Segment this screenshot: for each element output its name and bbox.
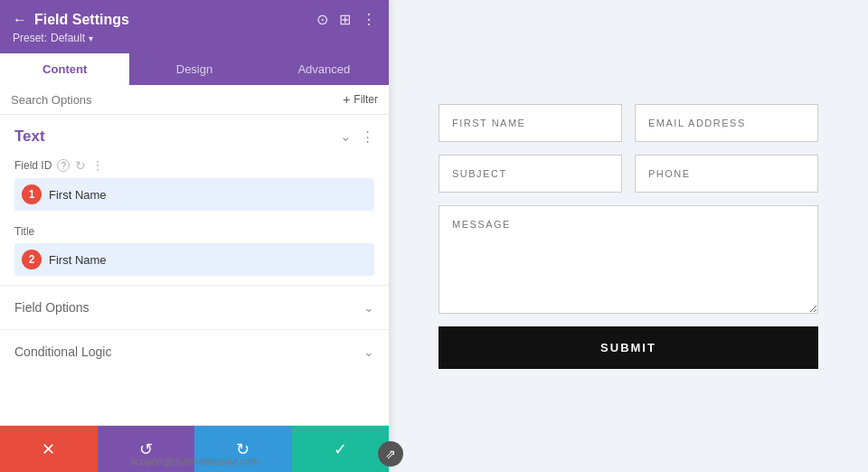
field-id-badge: 1 [22,184,42,204]
form-submit-button[interactable]: SUBMIT [439,326,818,369]
expand-icon[interactable]: ⊞ [339,11,351,28]
submit-label: SUBMIT [600,341,656,354]
form-preview: SUBMIT [389,0,868,472]
title-row: Title 2 [0,220,389,285]
section-header-icons: ⌄ ⋮ [340,128,374,145]
cancel-icon: ✕ [42,439,55,459]
form-phone-field[interactable] [635,155,818,193]
form-container: SUBMIT [439,104,818,369]
field-settings-panel: ← Field Settings ⊙ ⊞ ⋮ Preset: Default ▾… [0,0,389,472]
header-icons: ⊙ ⊞ ⋮ [316,11,376,28]
back-arrow-icon[interactable]: ← [13,12,27,28]
form-email-field[interactable] [635,104,818,142]
more-icon[interactable]: ⋮ [362,11,376,28]
tab-bar: Content Design Advanced [0,53,389,85]
panel-title: Field Settings [34,12,129,28]
preset-label: Preset: [13,32,47,44]
form-message-field[interactable] [439,205,818,314]
tab-advanced[interactable]: Advanced [259,53,389,85]
field-id-label: Field ID [14,159,52,172]
form-row-1 [439,104,818,142]
tab-design[interactable]: Design [129,53,259,85]
panel-body: Text ⌄ ⋮ Field ID ? ↻ ⋮ 1 [0,115,389,425]
field-id-input-wrapper: 1 [14,178,374,211]
preset-dropdown-icon: ▾ [89,33,93,43]
section-title-text: Text [14,127,45,146]
form-subject-field[interactable] [439,155,622,193]
conditional-logic-section[interactable]: Conditional Logic ⌄ [0,329,389,373]
field-id-input[interactable] [49,181,374,209]
title-badge: 2 [22,250,42,269]
save-icon: ✓ [334,439,347,459]
filter-plus-icon: + [343,92,350,107]
section-collapse-icon[interactable]: ⌄ [340,128,352,145]
form-row-2 [439,155,818,193]
email-footer: support@divishoerepayr.com [130,456,259,467]
field-id-row: Field ID ? ↻ ⋮ 1 [0,153,389,220]
section-more-icon[interactable]: ⋮ [361,128,374,145]
save-button[interactable]: ✓ [292,426,390,472]
title-label: Title [14,225,34,238]
field-options-section[interactable]: Field Options ⌄ [0,285,389,329]
field-id-more-icon[interactable]: ⋮ [91,158,104,173]
preset-value: Default [51,32,85,44]
field-id-help-icon[interactable]: ? [57,159,70,172]
filter-button[interactable]: + Filter [343,92,378,107]
tab-content[interactable]: Content [0,53,129,85]
title-input-wrapper: 2 [14,243,374,276]
search-input[interactable] [11,93,335,107]
title-input[interactable] [49,246,374,274]
drag-handle[interactable]: ⇗ [378,441,403,467]
panel-header: ← Field Settings ⊙ ⊞ ⋮ Preset: Default ▾ [0,0,389,53]
conditional-logic-label: Conditional Logic [14,345,111,359]
target-icon[interactable]: ⊙ [316,11,328,28]
preset-row[interactable]: Preset: Default ▾ [13,32,376,44]
cancel-button[interactable]: ✕ [0,426,98,472]
field-options-chevron-icon: ⌄ [363,300,374,315]
field-options-label: Field Options [14,300,89,315]
form-first-name-field[interactable] [439,104,622,142]
field-id-reset-icon[interactable]: ↻ [75,158,86,173]
filter-label: Filter [354,93,378,106]
conditional-logic-chevron-icon: ⌄ [363,345,374,359]
text-section-header: Text ⌄ ⋮ [0,115,389,153]
form-row-3 [439,205,818,314]
search-bar: + Filter [0,85,389,115]
